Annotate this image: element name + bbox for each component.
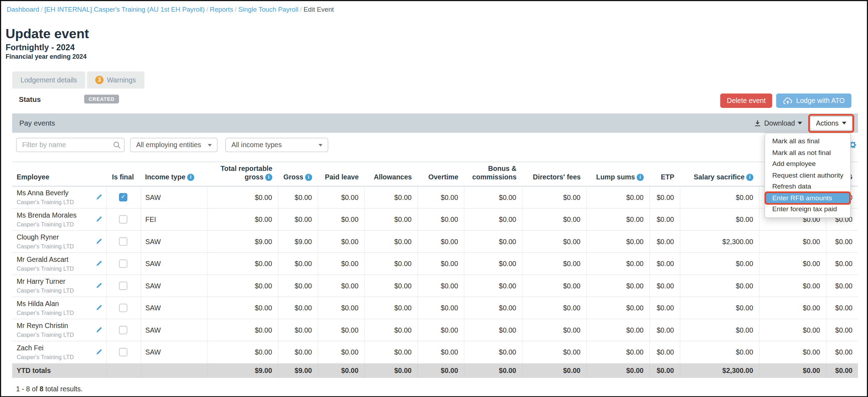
- employee-cell: Mr Reyn ChristinCasper's Training LTD: [12, 319, 106, 341]
- amount-cell: $0.00: [522, 230, 586, 253]
- amount-cell: $0.00: [680, 275, 759, 297]
- is-final-checkbox[interactable]: [119, 348, 127, 356]
- is-final-checkbox[interactable]: [119, 215, 127, 223]
- employing-entities-select[interactable]: All employing entities: [130, 138, 217, 152]
- amount-cell: $0.00: [759, 230, 826, 253]
- employee-row: Clough RynerCasper's Training LTDSAW$9.0…: [12, 230, 858, 253]
- column-header-allowances: Allowances: [364, 162, 417, 186]
- breadcrumb-single-touch-payroll[interactable]: Single Touch Payroll: [238, 6, 298, 13]
- result-count: 8: [40, 385, 44, 393]
- breadcrumb: Dashboard/[EH INTERNAL] Casper's Trainin…: [7, 6, 334, 13]
- is-final-checkbox[interactable]: [119, 260, 127, 268]
- income-types-select[interactable]: All income types: [225, 138, 328, 152]
- employee-row: Ms Anna BeverlyCasper's Training LTDSAW$…: [12, 186, 858, 208]
- total-amount-cell: $0.00: [759, 363, 826, 378]
- page-subtitle: Fortnightly - 2024: [6, 42, 89, 52]
- employee-name: Mr Harry Turner: [17, 277, 101, 286]
- pagination-prefix: 1 - 8 of: [16, 385, 38, 393]
- delete-event-button[interactable]: Delete event: [720, 93, 772, 108]
- amount-cell: $0.00: [207, 341, 278, 363]
- employee-cell: Mr Gerald AscartCasper's Training LTD: [12, 253, 106, 275]
- is-final-checkbox[interactable]: [119, 326, 127, 334]
- column-header-employee: Employee: [12, 162, 106, 186]
- edit-employee-icon[interactable]: [95, 216, 102, 223]
- breadcrumb-reports[interactable]: Reports: [210, 6, 233, 13]
- amount-cell: $0.00: [207, 186, 278, 208]
- menu-item-label: Request client authority: [772, 171, 843, 179]
- edit-employee-icon[interactable]: [95, 238, 102, 245]
- breadcrumb-dashboard[interactable]: Dashboard: [7, 6, 39, 13]
- menu-item-enter-foreign-tax-paid[interactable]: Enter foreign tax paid: [765, 203, 850, 215]
- breadcrumb-edit-event: Edit Event: [304, 6, 334, 13]
- filter-by-name-input[interactable]: [16, 138, 125, 152]
- cloud-upload-icon: [783, 97, 793, 104]
- info-icon[interactable]: [265, 174, 272, 181]
- amount-cell: $0.00: [417, 186, 464, 208]
- amount-cell: $9.00: [278, 230, 318, 253]
- is-final-checkbox[interactable]: [119, 193, 127, 201]
- menu-item-request-client-authority[interactable]: Request client authority: [765, 169, 850, 181]
- edit-employee-icon[interactable]: [95, 349, 102, 356]
- info-icon[interactable]: [187, 174, 194, 181]
- actions-button[interactable]: Actions: [810, 116, 852, 131]
- amount-cell: $0.00: [364, 253, 417, 275]
- employee-row: Ms Hilda AlanCasper's Training LTDSAW$0.…: [12, 297, 858, 319]
- amount-cell: $0.00: [364, 341, 417, 363]
- is-final-cell: [106, 230, 141, 253]
- employee-cell: Clough RynerCasper's Training LTD: [12, 230, 106, 253]
- amount-cell: $0.00: [318, 186, 364, 208]
- amount-cell: $0.00: [826, 341, 858, 363]
- menu-item-add-employee[interactable]: Add employee: [765, 158, 850, 169]
- menu-item-mark-all-as-not-final[interactable]: Mark all as not final: [765, 147, 850, 158]
- amount-cell: $0.00: [417, 253, 464, 275]
- amount-cell: $0.00: [278, 253, 318, 275]
- breadcrumb-eh-internal-casper-s-training-au-1st-eh-[interactable]: [EH INTERNAL] Casper's Training (AU 1st …: [44, 6, 205, 13]
- amount-cell: $0.00: [417, 297, 464, 319]
- amount-cell: $0.00: [278, 186, 318, 208]
- amount-cell: $0.00: [522, 297, 586, 319]
- amount-cell: $0.00: [522, 275, 586, 297]
- amount-cell: $0.00: [464, 319, 522, 341]
- column-header-overtime: Overtime: [417, 162, 464, 186]
- lodge-with-ato-button[interactable]: Lodge with ATO: [776, 93, 851, 108]
- menu-item-refresh-data[interactable]: Refresh data: [765, 181, 850, 192]
- edit-employee-icon[interactable]: [95, 194, 102, 201]
- amount-cell: $0.00: [759, 253, 826, 275]
- menu-item-label: Enter RFB amounts: [772, 194, 832, 202]
- employee-company: Casper's Training LTD: [17, 331, 101, 338]
- is-final-checkbox[interactable]: [119, 304, 127, 312]
- column-label: Overtime: [428, 173, 458, 181]
- tab-warnings[interactable]: 3Warnings: [87, 71, 144, 88]
- edit-employee-icon[interactable]: [95, 327, 102, 334]
- tab-lodgement-details[interactable]: Lodgement details: [12, 71, 85, 88]
- income-type-cell: SAW: [141, 341, 207, 363]
- status-badge: CREATED: [84, 94, 119, 103]
- edit-employee-icon[interactable]: [95, 304, 102, 311]
- menu-item-label: Add employee: [772, 160, 816, 168]
- income-type-cell: SAW: [141, 230, 207, 253]
- info-icon[interactable]: [636, 174, 644, 181]
- is-final-checkbox[interactable]: [119, 237, 127, 246]
- amount-cell: $0.00: [649, 253, 680, 275]
- edit-employee-icon[interactable]: [95, 260, 102, 267]
- menu-item-enter-rfb-amounts[interactable]: Enter RFB amounts: [765, 192, 850, 203]
- caret-down-icon: [319, 144, 322, 146]
- actions-dropdown-menu: Mark all as finalMark all as not finalAd…: [765, 133, 851, 218]
- search-box: [16, 138, 125, 152]
- info-icon[interactable]: [746, 174, 753, 181]
- total-amount-cell: $9.00: [278, 363, 318, 378]
- empty-cell: [141, 363, 207, 378]
- app-window: Dashboard/[EH INTERNAL] Casper's Trainin…: [0, 0, 868, 397]
- status-label: Status: [19, 95, 84, 103]
- is-final-cell: [106, 208, 141, 231]
- edit-employee-icon[interactable]: [95, 282, 102, 289]
- menu-item-mark-all-as-final[interactable]: Mark all as final: [765, 136, 850, 147]
- amount-cell: $0.00: [207, 297, 278, 319]
- warnings-count-badge: 3: [95, 76, 103, 84]
- amount-cell: $0.00: [278, 319, 318, 341]
- download-button[interactable]: Download: [751, 116, 805, 130]
- is-final-checkbox[interactable]: [119, 282, 127, 290]
- status-row: Status CREATED: [19, 94, 119, 103]
- event-actions: Delete event Lodge with ATO: [720, 93, 851, 108]
- info-icon[interactable]: [305, 174, 312, 181]
